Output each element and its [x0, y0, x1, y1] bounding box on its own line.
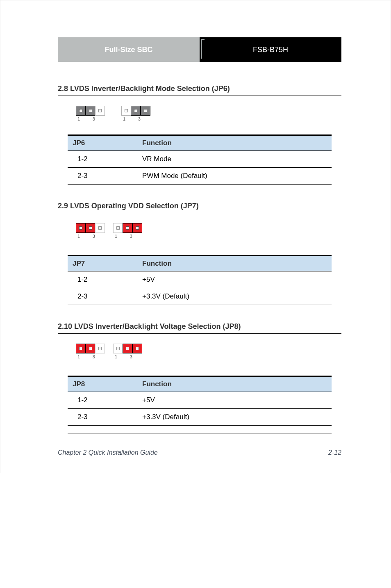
pin-3-selected-icon [141, 106, 150, 116]
divider [58, 213, 341, 213]
divider [68, 433, 332, 433]
table-row: 1-2 +5V [68, 271, 332, 288]
jumper-diagram-jp7: 1 3 1 3 [76, 223, 341, 239]
table-row: 1-2 +5V [68, 392, 332, 409]
pin-1-selected-icon [76, 106, 86, 116]
footer-chapter: Chapter 2 Quick Installation Guide [58, 449, 158, 456]
cell-func: +5V [137, 392, 332, 409]
jumper-right-jp7: 1 3 [113, 223, 142, 239]
pin-numbers: 1 3 [76, 234, 105, 239]
pin-1-open-icon [121, 106, 131, 116]
table-row: 2-3 +3.3V (Default) [68, 409, 332, 426]
pin-numbers: 1 3 [121, 116, 150, 121]
cell-pin: 1-2 [68, 151, 137, 168]
jumper-diagram-jp8: 1 3 1 3 [76, 344, 341, 359]
cell-pin: 2-3 [68, 168, 137, 185]
divider [58, 96, 341, 96]
cell-func: +3.3V (Default) [137, 409, 332, 426]
table-jp7: JP7 Function 1-2 +5V 2-3 +3.3V (Default) [68, 255, 332, 305]
cell-func: PWM Mode (Default) [137, 168, 332, 185]
pin-3-open-icon [95, 106, 105, 116]
cell-pin: 1-2 [68, 271, 137, 288]
pin-1-selected-icon [76, 223, 86, 233]
cell-pin: 2-3 [68, 409, 137, 426]
section-jp6: 2.8 LVDS Inverter/Backlight Mode Selecti… [58, 84, 341, 185]
table-row: 2-3 +3.3V (Default) [68, 288, 332, 305]
pin-numbers: 1 3 [76, 354, 105, 359]
header-left: Full-Size SBC [58, 37, 200, 62]
table-row: 1-2 VR Mode [68, 151, 332, 168]
pin-numbers: 1 3 [76, 116, 105, 121]
section-jp8: 2.10 LVDS Inverter/Backlight Voltage Sel… [58, 322, 341, 433]
th-jp7: JP7 [68, 256, 137, 271]
jumper-left-jp6: 1 3 [76, 106, 105, 121]
pin-1-open-icon [113, 223, 123, 233]
section-jp7: 2.9 LVDS Operating VDD Selection (JP7) 1… [58, 202, 341, 305]
th-function: Function [137, 376, 332, 392]
pin-numbers: 1 3 [113, 354, 142, 359]
pin-1-open-icon [113, 344, 123, 353]
footer: Chapter 2 Quick Installation Guide 2-12 [58, 449, 341, 456]
cell-pin: 2-3 [68, 288, 137, 305]
pin-numbers: 1 3 [113, 234, 142, 239]
divider [58, 333, 341, 334]
pin-2-selected-icon [123, 344, 132, 353]
table-row: 2-3 PWM Mode (Default) [68, 168, 332, 185]
section-title-jp8: 2.10 LVDS Inverter/Backlight Voltage Sel… [58, 322, 341, 331]
table-jp6: JP6 Function 1-2 VR Mode 2-3 PWM Mode (D… [68, 134, 332, 185]
cell-func: +3.3V (Default) [137, 288, 332, 305]
cell-func: +5V [137, 271, 332, 288]
pin-2-selected-icon [86, 106, 95, 116]
jumper-diagram-jp6: 1 3 1 3 [76, 106, 341, 121]
pin-2-selected-icon [123, 223, 132, 233]
header-banner: Full-Size SBC FSB-B75H [58, 37, 341, 62]
section-title-jp7: 2.9 LVDS Operating VDD Selection (JP7) [58, 202, 341, 210]
cell-pin: 1-2 [68, 392, 137, 409]
th-function: Function [137, 256, 332, 271]
th-jp8: JP8 [68, 376, 137, 392]
table-jp8: JP8 Function 1-2 +5V 2-3 +3.3V (Default) [68, 376, 332, 433]
pin-2-selected-icon [131, 106, 141, 116]
th-function: Function [137, 135, 332, 151]
pin-1-selected-icon [76, 344, 86, 353]
pin-3-open-icon [95, 223, 105, 233]
jumper-right-jp8: 1 3 [113, 344, 142, 359]
pin-2-selected-icon [86, 344, 95, 353]
footer-page: 2-12 [328, 449, 341, 456]
pin-3-selected-icon [132, 344, 142, 353]
th-jp6: JP6 [68, 135, 137, 151]
jumper-left-jp7: 1 3 [76, 223, 105, 239]
jumper-left-jp8: 1 3 [76, 344, 105, 359]
pin-3-open-icon [95, 344, 105, 353]
cell-func: VR Mode [137, 151, 332, 168]
section-title-jp6: 2.8 LVDS Inverter/Backlight Mode Selecti… [58, 84, 341, 93]
pin-3-selected-icon [132, 223, 142, 233]
jumper-right-jp6: 1 3 [121, 106, 150, 121]
header-right: FSB-B75H [200, 37, 341, 62]
pin-2-selected-icon [86, 223, 95, 233]
